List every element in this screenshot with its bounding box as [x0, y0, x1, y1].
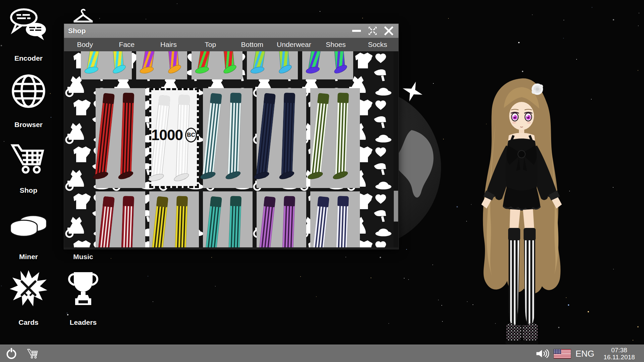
stocking-cuff [103, 196, 115, 207]
taskbar: ENG 07:38 16.11.2018 [0, 345, 644, 362]
price-amount: 1000 [151, 127, 183, 143]
sock-foot [225, 170, 241, 181]
shop-item-purple-orange-striped-socks[interactable] [136, 51, 187, 79]
sock-foot [278, 170, 295, 181]
desktop-icon-miner[interactable]: Miner [7, 208, 50, 241]
shop-item-red-black-striped-stockings[interactable] [96, 88, 145, 188]
sock-leg [95, 196, 115, 247]
sock-leg [202, 196, 222, 247]
sock-leg [256, 93, 276, 178]
stocking-cuff [284, 93, 295, 103]
shop-item-teal-striped-stockings[interactable] [203, 191, 253, 247]
shop-item-green-violet-striped-socks[interactable] [302, 51, 353, 79]
us-flag-icon[interactable] [554, 349, 571, 358]
sock-foot [333, 63, 348, 75]
sock-leg [95, 93, 115, 178]
stocking-cuff [264, 196, 276, 207]
stocking-cuff [230, 196, 241, 206]
sock-leg [166, 51, 179, 72]
shop-item-navy-white-striped-stockings[interactable] [310, 191, 360, 247]
hair-flower [532, 83, 543, 95]
shop-content: 1000BC [64, 51, 398, 247]
shop-item-yellow-cyan-striped-socks[interactable] [81, 51, 132, 79]
bc-currency-icon: BC [185, 128, 197, 142]
maximize-button[interactable] [367, 26, 378, 36]
shop-item-teal-white-striped-stockings[interactable] [203, 88, 253, 188]
desktop-icon-shop[interactable]: Shop [7, 142, 50, 176]
desktop-icon-cards[interactable]: Cards [7, 269, 50, 308]
shop-item-lime-cyan-striped-socks[interactable] [247, 51, 298, 79]
desktop-icon-wardrobe[interactable] [61, 7, 105, 25]
icon-label-miner: Miner [7, 253, 50, 261]
tab-bottom[interactable]: Bottom [231, 38, 273, 51]
stocking-cuff [317, 93, 329, 104]
shop-item-darkred-white-striped-stockings[interactable] [96, 191, 145, 247]
sock-leg [281, 93, 295, 177]
shop-item-red-green-striped-socks[interactable] [192, 51, 243, 79]
speaker-icon[interactable] [536, 348, 549, 359]
sock-leg [149, 196, 168, 247]
cart-icon[interactable] [27, 348, 39, 359]
sock-foot [332, 170, 349, 181]
stocking-cuff [230, 93, 241, 103]
tab-top[interactable]: Top [190, 38, 231, 51]
icon-label-cards: Cards [7, 318, 50, 326]
character-shoes [505, 323, 538, 345]
close-button[interactable] [383, 26, 394, 36]
icon-label-browser: Browser [7, 121, 50, 129]
desktop-icon-encoder[interactable]: Encoder [7, 7, 50, 45]
hanger-icon [61, 7, 105, 25]
scrollbar-thumb[interactable] [394, 191, 398, 222]
character-dress [506, 138, 538, 193]
power-icon[interactable] [5, 347, 18, 361]
sock-leg [110, 51, 124, 72]
sock-foot [139, 66, 154, 75]
shop-item-violet-striped-stockings[interactable] [257, 191, 306, 247]
shop-item-green-white-striped-stockings[interactable] [310, 88, 360, 188]
sock-foot [112, 63, 127, 75]
stocking-cuff [176, 196, 188, 206]
tab-body[interactable]: Body [64, 38, 106, 51]
sock-leg [87, 51, 104, 73]
sock-leg [253, 51, 270, 73]
sock-foot [305, 66, 320, 75]
shop-item-yellow-black-striped-stockings[interactable] [149, 191, 199, 247]
sock-leg [310, 93, 329, 178]
sock-foot [195, 66, 210, 75]
sock-leg [120, 93, 134, 177]
sock-leg [308, 51, 325, 73]
icon-label-shop: Shop [7, 186, 50, 194]
stocking-cuff [123, 196, 134, 206]
sock-foot [278, 63, 293, 75]
desktop-icon-leaders[interactable]: Leaders [61, 269, 105, 308]
stocking-cuff [123, 93, 134, 103]
shopping-cart-icon [7, 142, 50, 176]
shop-window-titlebar[interactable]: Shop [64, 24, 398, 38]
desktop: EncoderBrowserShopMinerCardsMusicLeaders… [0, 0, 644, 362]
shop-item-white-stockings[interactable]: 1000BC [149, 88, 199, 188]
sock-foot [148, 173, 165, 183]
tab-socks[interactable]: Socks [357, 38, 398, 51]
stocking-cuff [210, 93, 222, 104]
sock-leg [332, 51, 345, 72]
tab-underwear[interactable]: Underwear [273, 38, 315, 51]
sock-leg [221, 51, 235, 72]
language-selector[interactable]: ENG [576, 349, 594, 359]
stocking-cuff [156, 196, 168, 207]
tab-face[interactable]: Face [106, 38, 148, 51]
window-bottom-edge [64, 247, 398, 249]
stocking-cuff [284, 196, 295, 206]
desktop-icon-browser[interactable]: Browser [7, 73, 50, 111]
tab-shoes[interactable]: Shoes [315, 38, 357, 51]
tab-hairs[interactable]: Hairs [148, 38, 190, 51]
sock-leg [142, 51, 159, 73]
sock-foot [84, 66, 99, 75]
shop-item-navy-striped-stockings[interactable] [257, 88, 306, 188]
sock-leg [335, 196, 349, 247]
trophy-icon [61, 269, 105, 308]
sock-leg [281, 196, 295, 247]
minimize-button[interactable] [351, 26, 362, 36]
scrollbar[interactable] [393, 51, 398, 247]
globe-icon [7, 73, 50, 111]
window-title: Shop [68, 27, 86, 35]
